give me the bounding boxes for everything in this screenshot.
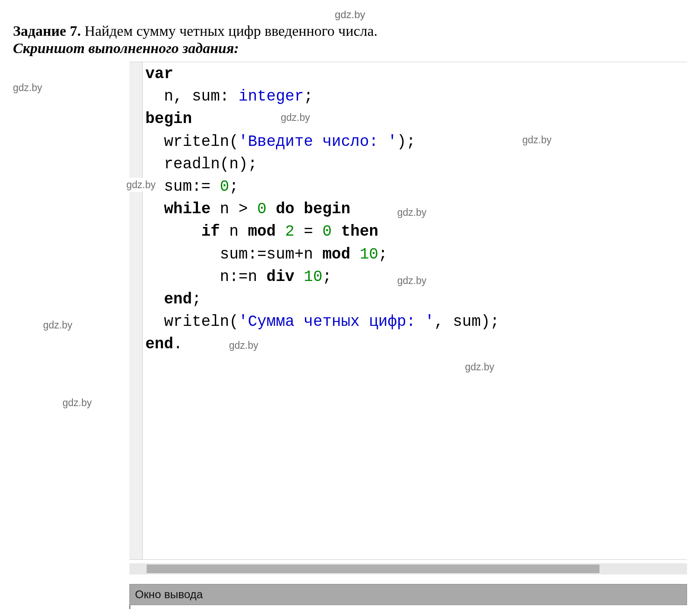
- code-text: writeln(: [145, 133, 239, 151]
- scrollbar-thumb[interactable]: [147, 565, 600, 573]
- task-label: Задание 7.: [13, 23, 81, 39]
- code-text: [145, 223, 201, 240]
- code-text: ;: [229, 178, 239, 196]
- watermark: gdz.by: [465, 360, 494, 374]
- watermark-top: gdz.by: [13, 9, 687, 21]
- watermark: gdz.by: [397, 274, 427, 288]
- code-text: ;: [304, 88, 313, 105]
- code-text: ;: [323, 268, 332, 286]
- watermark: gdz.by: [522, 133, 552, 147]
- number-literal: 0: [257, 200, 267, 218]
- keyword-var: var: [145, 65, 173, 83]
- code-area: var n, sum: integer; begin writeln('Введ…: [129, 62, 687, 560]
- keyword-end: end: [145, 335, 173, 353]
- code-text: sum:=: [145, 178, 220, 196]
- keyword-begin: begin: [304, 200, 350, 218]
- code-text: [332, 223, 341, 240]
- horizontal-scrollbar[interactable]: [129, 563, 687, 574]
- code-text: [295, 268, 304, 286]
- code-text: [276, 223, 285, 240]
- keyword-end: end: [164, 290, 192, 308]
- code-text: , sum);: [434, 313, 499, 331]
- number-literal: 2: [285, 223, 295, 240]
- page: gdz.by Задание 7. Найдем сумму четных ци…: [13, 9, 687, 609]
- keyword-begin: begin: [145, 110, 192, 128]
- code-text: [350, 246, 360, 263]
- gutter: [129, 62, 143, 559]
- code-text: .: [173, 335, 183, 353]
- watermark: gdz.by: [397, 205, 427, 220]
- keyword-if: if: [201, 223, 220, 240]
- code-text: sum:=sum+n: [145, 246, 322, 263]
- code-text: ;: [192, 290, 201, 308]
- number-literal: 0: [220, 178, 229, 196]
- keyword-mod: mod: [248, 223, 276, 240]
- output-panel-title: Окно вывода: [129, 584, 687, 605]
- keyword-do: do: [276, 200, 295, 218]
- code-text: [295, 200, 304, 218]
- keyword-while: while: [164, 200, 210, 218]
- keyword-div: div: [267, 268, 295, 286]
- code-text: [145, 290, 164, 308]
- number-literal: 0: [323, 223, 332, 240]
- number-literal: 10: [360, 246, 378, 263]
- output-panel: Окно вывода Введите число: 32457 Сумма ч…: [129, 584, 687, 609]
- task-title-line: Задание 7. Найдем сумму четных цифр введ…: [13, 23, 687, 39]
- screenshot-subtitle: Скриншот выполненного задания:: [13, 40, 687, 57]
- code-text: [145, 200, 164, 218]
- watermark: gdz.by: [229, 338, 258, 353]
- string-literal: 'Введите число: ': [239, 133, 397, 151]
- code-text: n:=n: [145, 268, 267, 286]
- output-body: Введите число: 32457 Сумма четных цифр: …: [129, 605, 687, 609]
- code-content[interactable]: var n, sum: integer; begin writeln('Введ…: [143, 62, 499, 559]
- code-text: writeln(: [145, 313, 239, 331]
- code-text: ;: [378, 246, 388, 263]
- code-text: =: [295, 223, 323, 240]
- type-integer: integer: [239, 88, 304, 105]
- keyword-then: then: [341, 223, 378, 240]
- code-text: n >: [210, 200, 257, 218]
- keyword-mod: mod: [322, 246, 350, 263]
- watermark: gdz.by: [281, 110, 310, 125]
- task-text: Найдем сумму четных цифр введенного числ…: [81, 23, 377, 39]
- watermark: gdz.by: [43, 319, 72, 331]
- string-literal: 'Сумма четных цифр: ': [239, 313, 434, 331]
- code-text: n: [220, 223, 248, 240]
- code-editor: var n, sum: integer; begin writeln('Введ…: [129, 62, 687, 560]
- code-text: [267, 200, 276, 218]
- code-text: n, sum:: [145, 88, 239, 105]
- watermark: gdz.by: [63, 397, 92, 409]
- watermark: gdz.by: [13, 82, 42, 94]
- code-text: readln(n);: [145, 155, 257, 173]
- code-text: );: [397, 133, 415, 151]
- number-literal: 10: [304, 268, 322, 286]
